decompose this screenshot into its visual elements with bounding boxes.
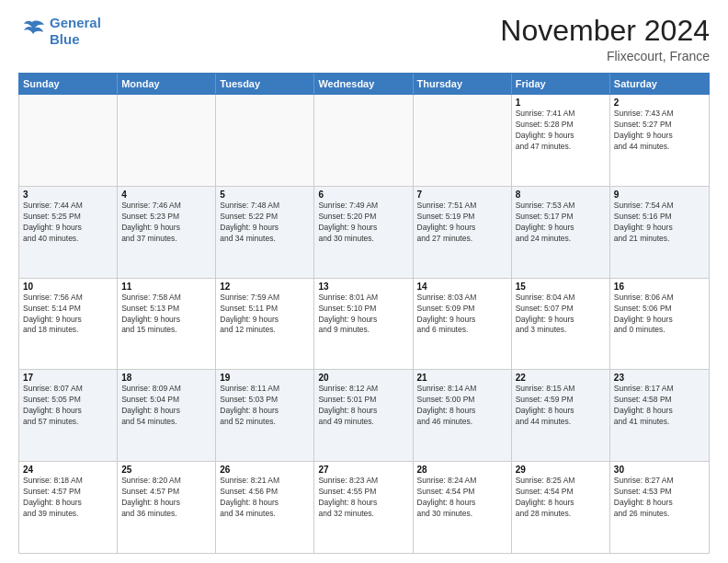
day-info: Sunrise: 8:01 AM Sunset: 5:10 PM Dayligh…	[318, 293, 378, 335]
day-number: 26	[220, 465, 310, 475]
day-info: Sunrise: 8:18 AM Sunset: 4:57 PM Dayligh…	[23, 476, 83, 518]
day-number: 6	[318, 190, 408, 200]
day-number: 13	[318, 282, 408, 292]
calendar-cell: 11Sunrise: 7:58 AM Sunset: 5:13 PM Dayli…	[118, 279, 216, 370]
calendar-cell	[19, 95, 118, 186]
day-info: Sunrise: 7:48 AM Sunset: 5:22 PM Dayligh…	[220, 201, 279, 243]
calendar-cell: 24Sunrise: 8:18 AM Sunset: 4:57 PM Dayli…	[19, 462, 118, 553]
calendar-cell: 4Sunrise: 7:46 AM Sunset: 5:23 PM Daylig…	[118, 187, 216, 278]
day-number: 11	[121, 282, 211, 292]
day-number: 22	[516, 373, 606, 383]
location: Flixecourt, France	[500, 49, 710, 63]
day-number: 12	[220, 282, 310, 292]
day-header: Sunday	[19, 74, 118, 94]
calendar-cell: 7Sunrise: 7:51 AM Sunset: 5:19 PM Daylig…	[414, 187, 512, 278]
day-info: Sunrise: 8:27 AM Sunset: 4:53 PM Dayligh…	[614, 476, 674, 518]
logo-line2: Blue	[50, 31, 80, 47]
calendar-header: SundayMondayTuesdayWednesdayThursdayFrid…	[18, 73, 710, 95]
calendar-cell	[118, 95, 216, 186]
day-info: Sunrise: 8:09 AM Sunset: 5:04 PM Dayligh…	[121, 384, 181, 426]
day-info: Sunrise: 8:03 AM Sunset: 5:09 PM Dayligh…	[417, 293, 477, 335]
day-info: Sunrise: 8:06 AM Sunset: 5:06 PM Dayligh…	[614, 293, 674, 335]
day-header: Saturday	[610, 74, 709, 94]
day-info: Sunrise: 8:07 AM Sunset: 5:05 PM Dayligh…	[23, 384, 83, 426]
calendar-cell: 5Sunrise: 7:48 AM Sunset: 5:22 PM Daylig…	[216, 187, 314, 278]
day-number: 1	[516, 98, 606, 108]
calendar-cell: 1Sunrise: 7:41 AM Sunset: 5:28 PM Daylig…	[512, 95, 610, 186]
day-number: 2	[614, 98, 705, 108]
day-header: Tuesday	[216, 74, 314, 94]
day-info: Sunrise: 8:12 AM Sunset: 5:01 PM Dayligh…	[318, 384, 378, 426]
day-number: 23	[614, 373, 705, 383]
day-number: 7	[417, 190, 507, 200]
day-info: Sunrise: 7:41 AM Sunset: 5:28 PM Dayligh…	[516, 109, 575, 151]
day-info: Sunrise: 8:15 AM Sunset: 4:59 PM Dayligh…	[516, 384, 575, 426]
calendar-cell: 9Sunrise: 7:54 AM Sunset: 5:16 PM Daylig…	[610, 187, 709, 278]
calendar-cell: 25Sunrise: 8:20 AM Sunset: 4:57 PM Dayli…	[118, 462, 216, 553]
calendar-cell	[314, 95, 413, 186]
logo: General Blue	[18, 15, 101, 48]
day-number: 5	[220, 190, 310, 200]
day-info: Sunrise: 8:24 AM Sunset: 4:54 PM Dayligh…	[417, 476, 477, 518]
calendar-cell: 26Sunrise: 8:21 AM Sunset: 4:56 PM Dayli…	[216, 462, 314, 553]
calendar-cell: 22Sunrise: 8:15 AM Sunset: 4:59 PM Dayli…	[512, 370, 610, 461]
calendar-cell: 28Sunrise: 8:24 AM Sunset: 4:54 PM Dayli…	[414, 462, 512, 553]
day-number: 27	[318, 465, 408, 475]
calendar-cell: 30Sunrise: 8:27 AM Sunset: 4:53 PM Dayli…	[610, 462, 709, 553]
day-info: Sunrise: 8:04 AM Sunset: 5:07 PM Dayligh…	[516, 293, 575, 335]
day-info: Sunrise: 8:21 AM Sunset: 4:56 PM Dayligh…	[220, 476, 279, 518]
calendar-row: 17Sunrise: 8:07 AM Sunset: 5:05 PM Dayli…	[19, 370, 709, 462]
calendar-cell: 29Sunrise: 8:25 AM Sunset: 4:54 PM Dayli…	[512, 462, 610, 553]
day-number: 16	[614, 282, 705, 292]
day-number: 4	[121, 190, 211, 200]
day-number: 21	[417, 373, 507, 383]
logo-line1: General	[50, 15, 101, 30]
day-number: 10	[23, 282, 113, 292]
day-number: 9	[614, 190, 705, 200]
day-info: Sunrise: 7:53 AM Sunset: 5:17 PM Dayligh…	[516, 201, 575, 243]
day-number: 18	[121, 373, 211, 383]
day-number: 19	[220, 373, 310, 383]
calendar-cell: 2Sunrise: 7:43 AM Sunset: 5:27 PM Daylig…	[610, 95, 709, 186]
day-header: Friday	[512, 74, 610, 94]
day-number: 8	[516, 190, 606, 200]
day-number: 17	[23, 373, 113, 383]
day-info: Sunrise: 7:43 AM Sunset: 5:27 PM Dayligh…	[614, 109, 674, 151]
day-number: 25	[121, 465, 211, 475]
calendar-body: 1Sunrise: 7:41 AM Sunset: 5:28 PM Daylig…	[18, 95, 710, 554]
day-info: Sunrise: 7:54 AM Sunset: 5:16 PM Dayligh…	[614, 201, 674, 243]
calendar-cell: 18Sunrise: 8:09 AM Sunset: 5:04 PM Dayli…	[118, 370, 216, 461]
day-info: Sunrise: 8:14 AM Sunset: 5:00 PM Dayligh…	[417, 384, 477, 426]
calendar-cell: 15Sunrise: 8:04 AM Sunset: 5:07 PM Dayli…	[512, 279, 610, 370]
day-info: Sunrise: 8:23 AM Sunset: 4:55 PM Dayligh…	[318, 476, 378, 518]
day-info: Sunrise: 7:46 AM Sunset: 5:23 PM Dayligh…	[121, 201, 181, 243]
calendar-cell	[216, 95, 314, 186]
day-number: 30	[614, 465, 705, 475]
day-info: Sunrise: 7:51 AM Sunset: 5:19 PM Dayligh…	[417, 201, 477, 243]
calendar-cell: 10Sunrise: 7:56 AM Sunset: 5:14 PM Dayli…	[19, 279, 118, 370]
calendar-cell: 17Sunrise: 8:07 AM Sunset: 5:05 PM Dayli…	[19, 370, 118, 461]
title-block: November 2024 Flixecourt, France	[500, 15, 710, 63]
calendar-row: 24Sunrise: 8:18 AM Sunset: 4:57 PM Dayli…	[19, 462, 709, 553]
logo-text: General Blue	[50, 15, 101, 48]
day-number: 20	[318, 373, 408, 383]
calendar-row: 3Sunrise: 7:44 AM Sunset: 5:25 PM Daylig…	[19, 187, 709, 279]
calendar-cell: 16Sunrise: 8:06 AM Sunset: 5:06 PM Dayli…	[610, 279, 709, 370]
calendar-cell: 21Sunrise: 8:14 AM Sunset: 5:00 PM Dayli…	[414, 370, 512, 461]
day-number: 24	[23, 465, 113, 475]
day-info: Sunrise: 8:17 AM Sunset: 4:58 PM Dayligh…	[614, 384, 674, 426]
page: General Blue November 2024 Flixecourt, F…	[0, 0, 728, 563]
calendar-cell: 12Sunrise: 7:59 AM Sunset: 5:11 PM Dayli…	[216, 279, 314, 370]
day-info: Sunrise: 7:59 AM Sunset: 5:11 PM Dayligh…	[220, 293, 279, 335]
calendar-cell: 23Sunrise: 8:17 AM Sunset: 4:58 PM Dayli…	[610, 370, 709, 461]
day-info: Sunrise: 8:25 AM Sunset: 4:54 PM Dayligh…	[516, 476, 575, 518]
calendar-cell: 6Sunrise: 7:49 AM Sunset: 5:20 PM Daylig…	[314, 187, 413, 278]
day-number: 15	[516, 282, 606, 292]
day-header: Monday	[118, 74, 216, 94]
calendar-row: 10Sunrise: 7:56 AM Sunset: 5:14 PM Dayli…	[19, 279, 709, 371]
calendar-cell	[414, 95, 512, 186]
calendar-cell: 8Sunrise: 7:53 AM Sunset: 5:17 PM Daylig…	[512, 187, 610, 278]
calendar-cell: 13Sunrise: 8:01 AM Sunset: 5:10 PM Dayli…	[314, 279, 413, 370]
header: General Blue November 2024 Flixecourt, F…	[18, 15, 710, 63]
month-title: November 2024	[500, 15, 710, 47]
